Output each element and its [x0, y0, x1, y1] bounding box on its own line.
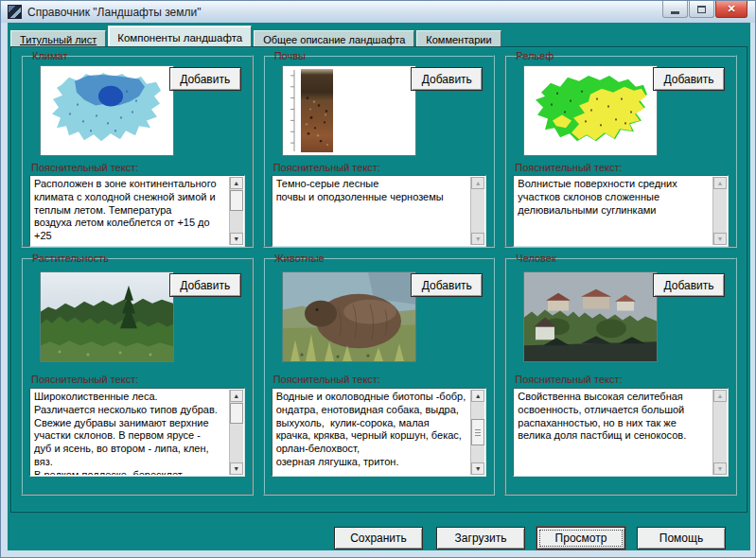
- app-icon: [8, 5, 22, 19]
- scroll-down-icon[interactable]: ▼: [230, 462, 243, 475]
- groupbox-climate: Климат Добавит: [21, 55, 254, 248]
- scroll-down-icon[interactable]: ▼: [471, 233, 484, 245]
- groupbox-relief: Рельеф: [504, 55, 737, 248]
- minimize-button[interactable]: [662, 1, 688, 18]
- scrollbar[interactable]: ▲ ▼: [470, 390, 484, 475]
- soil-profile-image: [282, 65, 416, 156]
- close-icon: ✕: [727, 3, 735, 15]
- groupbox-climate-title: Климат: [29, 50, 70, 61]
- explanatory-label-vegetation: Пояснительный текст:: [31, 374, 138, 385]
- minimize-icon: [671, 11, 679, 14]
- scrollbar[interactable]: ▲ ▼: [712, 390, 727, 475]
- add-button-vegetation[interactable]: Добавить: [169, 273, 241, 297]
- explanatory-label-soils: Пояснительный текст:: [273, 162, 380, 173]
- climate-map-image: [40, 65, 174, 156]
- scrollbar[interactable]: ▲ ▼: [470, 177, 484, 245]
- groupbox-human-title: Человек: [513, 253, 558, 264]
- explanatory-textarea-climate[interactable]: Расположен в зоне континентального клима…: [29, 175, 245, 247]
- groupbox-soils: Почвы: [263, 55, 496, 248]
- groupbox-vegetation: Растительность: [21, 257, 254, 496]
- explanatory-label-human: Пояснительный текст:: [515, 374, 622, 385]
- add-button-human[interactable]: Добавить: [653, 273, 725, 297]
- scrollbar[interactable]: ▲ ▼: [712, 177, 727, 245]
- scroll-up-icon[interactable]: ▲: [713, 177, 727, 189]
- app-window: Справочник "Ландшафты земли" ✕ Титульный…: [0, 0, 756, 558]
- groupbox-human: Человек: [504, 257, 737, 496]
- scroll-down-icon[interactable]: ▼: [713, 233, 727, 245]
- maximize-icon: [697, 6, 706, 13]
- forest-photo-image: [40, 271, 174, 362]
- groupbox-vegetation-title: Растительность: [29, 253, 112, 264]
- village-photo-image: [523, 271, 658, 362]
- components-panel: Климат Добавит: [10, 46, 747, 513]
- add-button-climate[interactable]: Добавить: [169, 67, 241, 91]
- close-button[interactable]: ✕: [715, 1, 747, 18]
- add-button-animals[interactable]: Добавить: [411, 273, 483, 297]
- explanatory-textarea-human[interactable]: Свойственна высокая селитебная освоеннос…: [513, 388, 729, 477]
- scroll-down-icon[interactable]: ▼: [713, 462, 727, 475]
- add-button-relief[interactable]: Добавить: [653, 67, 725, 91]
- scroll-thumb[interactable]: [230, 190, 243, 211]
- window-title: Справочник "Ландшафты земли": [27, 6, 201, 19]
- load-button[interactable]: Загрузить: [436, 527, 525, 549]
- relief-map-image: [523, 65, 658, 156]
- explanatory-textarea-soils[interactable]: Темно-серые лесные почвы и оподзоленные …: [272, 175, 487, 247]
- scrollbar[interactable]: ▲ ▼: [229, 390, 243, 475]
- scroll-up-icon[interactable]: ▲: [471, 177, 484, 189]
- explanatory-label-climate: Пояснительный текст:: [31, 162, 138, 173]
- scroll-up-icon[interactable]: ▲: [230, 390, 243, 402]
- add-button-soils[interactable]: Добавить: [411, 67, 483, 91]
- maximize-button[interactable]: [689, 1, 714, 18]
- groupbox-soils-title: Почвы: [272, 50, 308, 61]
- preview-button[interactable]: Просмотр: [536, 527, 625, 549]
- scroll-up-icon[interactable]: ▲: [471, 390, 484, 402]
- groupbox-animals: Животные: [263, 257, 496, 496]
- scroll-up-icon[interactable]: ▲: [713, 390, 727, 402]
- help-button[interactable]: Помощь: [637, 527, 726, 549]
- groupbox-animals-title: Животные: [272, 253, 327, 264]
- groupbox-relief-title: Рельеф: [513, 50, 556, 61]
- titlebar: Справочник "Ландшафты земли" ✕: [1, 1, 755, 23]
- scroll-down-icon[interactable]: ▼: [471, 462, 484, 475]
- scroll-thumb[interactable]: [230, 403, 243, 424]
- scroll-thumb[interactable]: [471, 419, 484, 445]
- explanatory-textarea-relief[interactable]: Волнистые поверхности средних участков с…: [513, 175, 729, 247]
- explanatory-textarea-animals[interactable]: Водные и околоводные биотопы -бобр, онда…: [272, 388, 487, 477]
- tab-bar: Титульный лист Компоненты ландшафта Обще…: [10, 26, 747, 48]
- tab-landscape-components[interactable]: Компоненты ландшафта: [108, 26, 252, 48]
- explanatory-label-animals: Пояснительный текст:: [273, 374, 380, 385]
- scroll-down-icon[interactable]: ▼: [230, 233, 243, 245]
- scrollbar[interactable]: ▲ ▼: [229, 177, 243, 245]
- beaver-photo-image: [282, 271, 416, 362]
- scroll-up-icon[interactable]: ▲: [230, 177, 243, 189]
- explanatory-textarea-vegetation[interactable]: Широколиственные леса. Различается неско…: [29, 388, 245, 477]
- save-button[interactable]: Сохранить: [334, 527, 423, 549]
- explanatory-label-relief: Пояснительный текст:: [515, 162, 622, 173]
- client-area: Титульный лист Компоненты ландшафта Обще…: [8, 23, 750, 550]
